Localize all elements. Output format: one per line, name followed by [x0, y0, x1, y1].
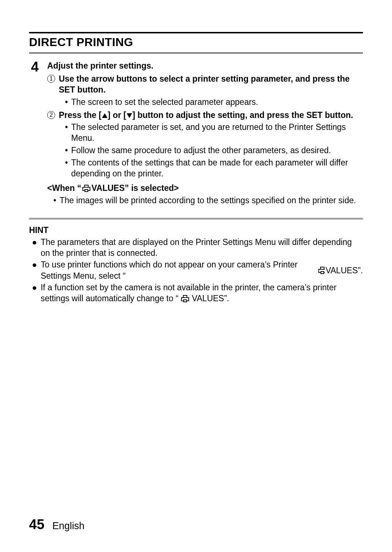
page-number: 45: [29, 517, 44, 532]
divider-under-title: [29, 53, 363, 53]
hint-title: HINT: [29, 225, 363, 235]
bullet-dot-icon: ●: [32, 282, 37, 304]
when-after: VALUES” is selected>: [91, 183, 179, 194]
substep-2-before: Press the [: [59, 110, 102, 120]
bullet-text: The screen to set the selected parameter…: [71, 97, 258, 108]
list-item: ● To use printer functions which do not …: [29, 259, 363, 281]
circled-2-icon: 2: [47, 111, 55, 119]
list-item: • The contents of the settings that can …: [65, 158, 363, 179]
triangle-down-icon: [126, 113, 132, 118]
substep-1-text: Use the arrow buttons to select a printe…: [59, 74, 363, 95]
page-title: DIRECT PRINTING: [29, 36, 363, 49]
bullet-dot-icon: •: [53, 195, 57, 206]
when-before: <When “: [47, 183, 81, 194]
svg-marker-0: [102, 113, 107, 118]
language-label: English: [52, 520, 85, 532]
hint3-after: VALUES”.: [192, 294, 229, 303]
bullet-text: The contents of the settings that can be…: [71, 158, 363, 179]
svg-rect-4: [85, 189, 88, 192]
bullet-dot-icon: ●: [32, 259, 37, 281]
list-item: ● The parameters that are displayed on t…: [29, 237, 363, 259]
hint2-after: VALUES”.: [326, 265, 363, 276]
printer-icon: [318, 267, 325, 274]
hint-list: ● The parameters that are displayed on t…: [29, 237, 363, 304]
hint-divider: [29, 218, 363, 220]
substep-1: 1 Use the arrow buttons to select a prin…: [47, 74, 363, 95]
triangle-up-icon: [102, 113, 108, 118]
bullet-dot-icon: ●: [32, 237, 37, 259]
bullet-dot-icon: •: [65, 145, 68, 156]
hint-text: The parameters that are displayed on the…: [41, 237, 363, 259]
list-item: • Follow the same procedure to adjust th…: [65, 145, 363, 156]
hint-text: To use printer functions which do not ap…: [41, 259, 363, 281]
hint-text: If a function set by the camera is not a…: [41, 282, 363, 304]
bullet-text: The selected parameter is set, and you a…: [71, 122, 363, 144]
list-item: • The screen to set the selected paramet…: [65, 97, 363, 108]
step-number: 4: [29, 60, 41, 74]
step-heading: Adjust the printer settings.: [47, 61, 363, 71]
substep-2: 2 Press the [] or [] button to adjust th…: [47, 110, 363, 121]
hint-block: HINT ● The parameters that are displayed…: [29, 225, 363, 304]
bullet-dot-icon: •: [65, 122, 68, 144]
bullet-dot-icon: •: [65, 158, 68, 179]
when-values-heading: <When “ VALUES” is selected>: [47, 183, 363, 194]
bullet-text: The images will be printed according to …: [60, 195, 356, 206]
step-body: Adjust the printer settings. 1 Use the a…: [47, 61, 363, 208]
manual-page: DIRECT PRINTING 4 Adjust the printer set…: [0, 0, 392, 552]
svg-rect-7: [321, 271, 324, 274]
divider-top: [29, 32, 363, 33]
when-bullets: • The images will be printed according t…: [47, 195, 363, 206]
svg-marker-1: [127, 113, 132, 118]
printer-icon: [181, 295, 189, 302]
substep-2-mid: ] or [: [108, 110, 126, 120]
circled-1-icon: 1: [47, 75, 55, 83]
substep-2-bullets: • The selected parameter is set, and you…: [47, 122, 363, 179]
list-item: ● If a function set by the camera is not…: [29, 282, 363, 304]
bullet-dot-icon: •: [65, 97, 68, 108]
substep-2-text: Press the [] or [] button to adjust the …: [59, 110, 353, 121]
hint2-before: To use printer functions which do not ap…: [41, 259, 317, 281]
list-item: • The images will be printed according t…: [53, 195, 363, 206]
printer-icon: [82, 185, 91, 192]
page-footer: 45 English: [29, 517, 85, 532]
step-4: 4 Adjust the printer settings. 1 Use the…: [29, 61, 363, 208]
bullet-text: Follow the same procedure to adjust the …: [71, 145, 331, 156]
list-item: • The selected parameter is set, and you…: [65, 122, 363, 144]
substep-2-after: ] button to adjust the setting, and pres…: [132, 110, 353, 120]
svg-rect-10: [184, 300, 187, 302]
substep-1-bullets: • The screen to set the selected paramet…: [47, 97, 363, 108]
